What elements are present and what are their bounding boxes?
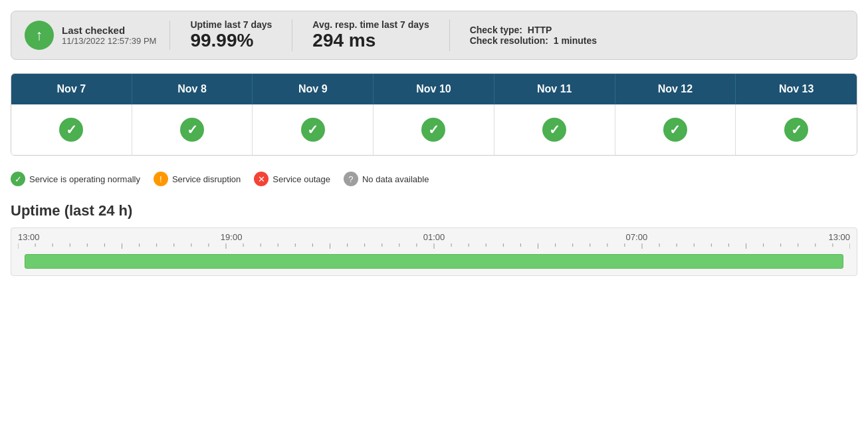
legend-disruption: ! Service disruption [154,172,241,186]
status-check-nov13 [784,118,808,142]
cal-cell-nov7 [11,104,132,155]
legend-outage-icon: ✕ [254,172,269,186]
cal-cell-nov13 [736,104,857,155]
calendar-header: Nov 7 Nov 8 Nov 9 Nov 10 Nov 11 Nov 12 N… [11,74,857,104]
timeline-container: 13:00 19:00 01:00 07:00 13:00 [11,227,857,276]
status-bar: Last checked 11/13/2022 12:57:39 PM Upti… [11,11,857,60]
status-check-nov7 [59,118,83,142]
uptime-7day-value: 99.99% [190,30,272,51]
avg-resp-value: 294 ms [312,30,429,51]
cal-header-nov8: Nov 8 [132,74,253,104]
legend-operating-icon: ✓ [11,172,25,186]
check-type-value: HTTP [528,25,552,35]
cal-header-nov7: Nov 7 [11,74,132,104]
avg-resp-label: Avg. resp. time last 7 days [312,19,429,30]
uptime-7day-section: Uptime last 7 days 99.99% [170,19,292,51]
cal-header-nov11: Nov 11 [494,74,615,104]
status-check-nov11 [542,118,566,142]
legend-outage: ✕ Service outage [254,172,330,186]
last-checked-value: 11/13/2022 12:57:39 PM [62,36,156,46]
cal-cell-nov12 [615,104,736,155]
cal-header-nov10: Nov 10 [374,74,494,104]
cal-cell-nov11 [494,104,615,155]
time-label-1300-end: 13:00 [828,232,850,242]
avg-resp-section: Avg. resp. time last 7 days 294 ms [292,19,449,51]
legend-nodata: ? No data available [344,172,429,186]
up-status-icon [25,21,54,50]
timeline-bar [25,254,843,269]
time-label-1300-start: 13:00 [18,232,40,242]
check-type-line: Check type: HTTP [470,25,597,35]
legend-outage-label: Service outage [272,174,330,184]
uptime-title: Uptime (last 24 h) [11,202,857,219]
legend-disruption-label: Service disruption [172,174,241,184]
timeline-labels: 13:00 19:00 01:00 07:00 13:00 [11,228,857,242]
legend-nodata-label: No data available [362,174,429,184]
check-resolution-line: Check resolution: 1 minutes [470,35,597,46]
calendar-body [11,104,857,155]
legend-operating-label: Service is operating normally [29,174,140,184]
time-label-0700: 07:00 [626,232,648,242]
check-resolution-value: 1 minutes [554,35,597,46]
tick-row [11,242,857,250]
cal-cell-nov9 [253,104,374,155]
check-resolution-label: Check resolution: [470,35,548,46]
cal-header-nov13: Nov 13 [736,74,857,104]
time-label-0100: 01:00 [423,232,445,242]
status-check-nov10 [421,118,445,142]
last-checked-label: Last checked [62,25,156,36]
cal-cell-nov10 [374,104,494,155]
cal-header-nov9: Nov 9 [253,74,374,104]
cal-cell-nov8 [132,104,253,155]
legend-nodata-icon: ? [344,172,358,186]
tick-marks-svg [18,243,850,249]
uptime-section: Uptime (last 24 h) 13:00 19:00 01:00 07:… [11,202,857,276]
timeline-bar-wrapper [11,250,857,275]
cal-header-nov12: Nov 12 [615,74,736,104]
status-check-nov12 [663,118,687,142]
uptime-7day-label: Uptime last 7 days [190,19,272,30]
legend: ✓ Service is operating normally ! Servic… [11,165,857,193]
legend-operating: ✓ Service is operating normally [11,172,140,186]
last-checked-section: Last checked 11/13/2022 12:57:39 PM [25,21,170,50]
time-label-1900: 19:00 [221,232,243,242]
calendar-container: Nov 7 Nov 8 Nov 9 Nov 10 Nov 11 Nov 12 N… [11,73,857,156]
legend-disruption-icon: ! [154,172,168,186]
check-type-section: Check type: HTTP Check resolution: 1 min… [450,25,597,46]
status-check-nov8 [180,118,204,142]
last-checked-text: Last checked 11/13/2022 12:57:39 PM [62,25,156,46]
status-check-nov9 [301,118,325,142]
check-type-label: Check type: [470,25,522,35]
